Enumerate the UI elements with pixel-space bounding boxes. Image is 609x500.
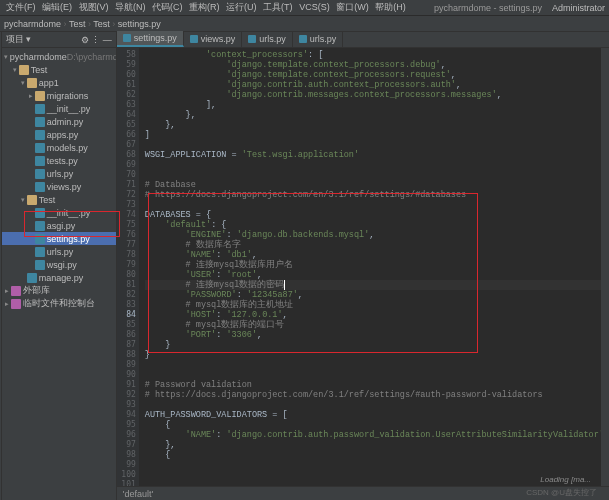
scr-icon	[11, 299, 21, 309]
breadcrumb-part[interactable]: pycharmdome	[4, 19, 61, 29]
tree-node[interactable]: apps.py	[2, 128, 116, 141]
tree-node[interactable]: urls.py	[2, 245, 116, 258]
window-title: pycharmdome - settings.py	[434, 3, 542, 13]
dir-icon	[27, 195, 37, 205]
lib-icon	[11, 286, 21, 296]
nav-breadcrumb: pycharmdome › Test › Test › settings.py	[0, 16, 609, 32]
menu-item[interactable]: 编辑(E)	[40, 2, 74, 12]
py-icon	[35, 143, 45, 153]
menu-item[interactable]: 帮助(H)	[373, 2, 408, 12]
tree-node[interactable]: asgi.py	[2, 219, 116, 232]
dir-icon	[19, 65, 29, 75]
editor-area: settings.pyviews.pyurls.pyurls.py 585960…	[117, 32, 609, 500]
python-file-icon	[123, 34, 131, 42]
py-icon	[35, 260, 45, 270]
code-editor[interactable]: 'context_processors': [ 'django.template…	[139, 48, 609, 486]
tree-node[interactable]: __init__.py	[2, 206, 116, 219]
editor-tab[interactable]: urls.py	[293, 31, 344, 47]
menu-item[interactable]: 视图(V)	[77, 2, 111, 12]
editor-tab[interactable]: settings.py	[117, 31, 184, 47]
editor-tab[interactable]: views.py	[184, 31, 243, 47]
menu-bar: 文件(F) 编辑(E) 视图(V) 导航(N) 代码(C) 重构(R) 运行(U…	[0, 0, 609, 16]
menu-item[interactable]: 代码(C)	[150, 2, 185, 12]
tree-node[interactable]: urls.py	[2, 167, 116, 180]
menu-item[interactable]: 重构(R)	[187, 2, 222, 12]
breadcrumb-part[interactable]: Test	[69, 19, 86, 29]
tree-node[interactable]: __init__.py	[2, 102, 116, 115]
tree-node[interactable]: tests.py	[2, 154, 116, 167]
tree-node[interactable]: ▾Test	[2, 63, 116, 76]
py-icon	[35, 104, 45, 114]
py-icon	[35, 182, 45, 192]
py-icon	[35, 169, 45, 179]
scrollbar-vertical[interactable]	[601, 48, 609, 486]
python-file-icon	[190, 35, 198, 43]
tree-node[interactable]: views.py	[2, 180, 116, 193]
menu-item[interactable]: 工具(T)	[261, 2, 295, 12]
py-icon	[27, 273, 37, 283]
python-file-icon	[299, 35, 307, 43]
py-icon	[35, 247, 45, 257]
tree-node[interactable]: wsgi.py	[2, 258, 116, 271]
tree-node[interactable]: models.py	[2, 141, 116, 154]
py-icon	[35, 130, 45, 140]
tree-node[interactable]: ▸临时文件和控制台	[2, 297, 116, 310]
admin-label: Administrator	[552, 3, 605, 13]
py-icon	[35, 208, 45, 218]
menu-item[interactable]: 导航(N)	[113, 2, 148, 12]
menu-item[interactable]: 窗口(W)	[334, 2, 371, 12]
python-file-icon	[248, 35, 256, 43]
project-panel-header[interactable]: 项目 ▾ ⚙ ⋮ —	[2, 32, 116, 48]
py-icon	[35, 117, 45, 127]
project-tree[interactable]: ▾pycharmdome D:\pycharmdome▾Test▾app1▸mi…	[2, 48, 116, 500]
loading-indicator: Loading [ma...	[540, 475, 591, 484]
editor-tab[interactable]: urls.py	[242, 31, 293, 47]
tree-node[interactable]: ▾app1	[2, 76, 116, 89]
tree-node[interactable]: ▸外部库	[2, 284, 116, 297]
menu-item[interactable]: VCS(S)	[297, 2, 332, 12]
py-icon	[35, 221, 45, 231]
py-icon	[35, 234, 45, 244]
breadcrumb-part[interactable]: settings.py	[118, 19, 161, 29]
dir-icon	[27, 78, 37, 88]
line-gutter[interactable]: 5859606162636465666768697071727374757677…	[117, 48, 139, 486]
tree-node[interactable]: manage.py	[2, 271, 116, 284]
menu-item[interactable]: 运行(U)	[224, 2, 259, 12]
project-panel-label: 项目 ▾	[6, 33, 32, 46]
tree-node[interactable]: admin.py	[2, 115, 116, 128]
tree-node[interactable]: settings.py	[2, 232, 116, 245]
tree-node[interactable]: ▾Test	[2, 193, 116, 206]
py-icon	[35, 156, 45, 166]
project-sidebar: 项目 ▾ ⚙ ⋮ — ▾pycharmdome D:\pycharmdome▾T…	[2, 32, 117, 500]
menu-item[interactable]: 文件(F)	[4, 2, 38, 12]
watermark: CSDN @U盘失控了	[526, 487, 597, 498]
tree-node[interactable]: ▾pycharmdome D:\pycharmdome	[2, 50, 116, 63]
breadcrumb-part[interactable]: Test	[93, 19, 110, 29]
tree-node[interactable]: ▸migrations	[2, 89, 116, 102]
dir-icon	[35, 91, 45, 101]
editor-tabs[interactable]: settings.pyviews.pyurls.pyurls.py	[117, 32, 609, 48]
